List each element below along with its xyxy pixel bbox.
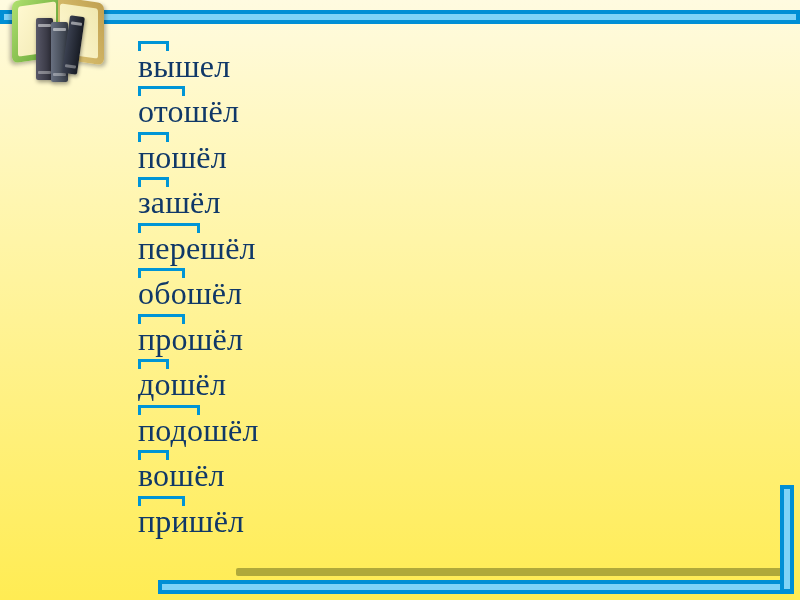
prefix-bracket [138,86,185,96]
word-list: вышелотошёлпошёлзашёлперешёлобошёлпрошёл… [138,36,259,537]
word-text: пошёл [138,141,227,173]
prefix-bracket [138,177,169,187]
word-text: дошёл [138,368,226,400]
word-text: пришёл [138,505,244,537]
word-row: отошёл [138,82,259,128]
bottom-bar [158,580,794,594]
prefix-bracket [138,405,200,415]
word-text: прошёл [138,323,243,355]
word-text: обошёл [138,277,242,309]
word-row: пошёл [138,127,259,173]
word-text: вошёл [138,459,225,491]
prefix-bracket [138,132,169,142]
word-text: подошёл [138,414,259,446]
prefix-bracket [138,359,169,369]
top-bar-inner [4,14,796,20]
word-text: отошёл [138,95,239,127]
books-icon [12,0,112,104]
word-row: вошёл [138,446,259,492]
word-row: прошёл [138,309,259,355]
bottom-bar-inner [162,584,790,590]
side-bar-inner [784,489,790,589]
prefix-bracket [138,496,185,506]
prefix-bracket [138,450,169,460]
word-row: вышел [138,36,259,82]
word-row: дошёл [138,355,259,401]
side-bar [780,485,794,593]
word-row: обошёл [138,264,259,310]
prefix-bracket [138,41,169,51]
top-bar [0,10,800,24]
bottom-olive-bar [236,568,788,576]
prefix-bracket [138,314,185,324]
word-row: подошёл [138,400,259,446]
word-row: пришёл [138,491,259,537]
word-text: вышел [138,50,230,82]
prefix-bracket [138,223,200,233]
word-text: перешёл [138,232,256,264]
prefix-bracket [138,268,185,278]
word-row: перешёл [138,218,259,264]
word-row: зашёл [138,173,259,219]
word-text: зашёл [138,186,221,218]
